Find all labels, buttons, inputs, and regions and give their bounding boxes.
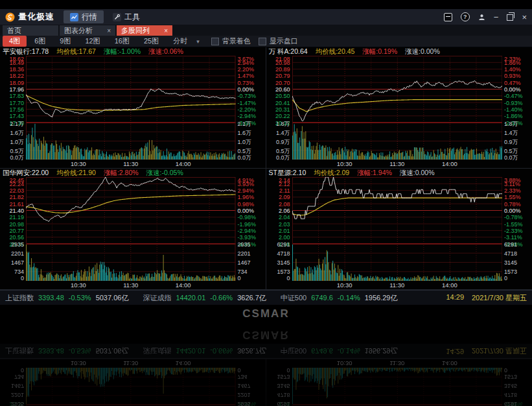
axis-label: 0.73% — [238, 80, 255, 86]
axis-label: 3145 — [277, 259, 290, 266]
change-speed-label: 涨速:0.00% — [405, 47, 440, 56]
window-controls: ?−× — [444, 9, 527, 25]
plot-area — [292, 177, 503, 281]
bg-shading-checkbox-box[interactable] — [211, 38, 219, 45]
stock-chart-panel-3[interactable]: 国华网安:22.00均价线:21.90涨幅:2.80%涨速:-0.05%22.4… — [0, 169, 266, 290]
grid-16-button[interactable]: 16图 — [108, 36, 136, 47]
index-quote: 深证成指14420.01-0.66%3626.7亿 — [143, 293, 266, 303]
status-bar: 上证指数3393.48-0.53%5037.06亿深证成指14420.01-0.… — [0, 290, 532, 305]
axis-label: 18.49 — [9, 60, 24, 66]
chart-body: 21.0820.9820.8920.7920.7020.6020.5020.41… — [266, 56, 532, 160]
tab-multi-stock[interactable]: 多股同列× — [117, 25, 172, 36]
axis-label: 2.04 — [279, 214, 290, 221]
axis-label: -1.47% — [238, 100, 257, 106]
time-axis-inner: 10:3011:3014:00 — [26, 160, 236, 168]
axis-label: 2.1万 — [10, 120, 24, 128]
axis-label: -0.93% — [504, 100, 523, 106]
tab-bar: 首页图表分析×多股同列× — [0, 25, 532, 36]
app-logo: 量化极速 — [0, 11, 64, 23]
index-change: -0.53% — [69, 294, 91, 302]
right-percent-axis: 3.67%2.94%2.20%1.47%0.73%0.00%-0.73%-1.4… — [236, 56, 266, 160]
axis-label: 2.94% — [238, 187, 255, 194]
axis-label: 20.89 — [275, 66, 290, 73]
axis-label: 0.93% — [504, 73, 521, 79]
left-price-axis: 18.6218.4918.3618.2218.0917.9617.8317.70… — [0, 56, 26, 160]
right-percent-axis: 2.33%1.86%1.40%0.93%0.47%0.00%-0.47%-0.9… — [502, 56, 532, 160]
time-label: 14:00 — [176, 160, 191, 167]
tray-icon[interactable] — [444, 13, 452, 21]
axis-label: 18.22 — [9, 73, 24, 79]
dropdown-caret-icon[interactable]: ▾ — [196, 38, 200, 45]
tab-home[interactable]: 首页 — [3, 25, 58, 36]
menu-market[interactable]: 行情 — [64, 10, 104, 23]
grid-4-button[interactable]: 4图 — [3, 36, 27, 47]
tab-close-icon[interactable]: × — [107, 27, 111, 34]
show-orderbook-checkbox[interactable]: 显示盘口 — [259, 36, 298, 46]
bg-shading-checkbox[interactable]: 背景着色 — [211, 36, 251, 46]
axis-label: 21.40 — [9, 208, 24, 214]
axis-label: 1.96% — [238, 194, 255, 200]
axis-label: 1.0万 — [238, 138, 252, 147]
axis-label: 0.78% — [504, 201, 521, 208]
stock-name-price: 平安银行:17.78 — [3, 47, 49, 56]
index-value: 14420.01 — [176, 294, 205, 302]
tools-icon — [113, 13, 121, 21]
stock-chart-panel-1[interactable]: 平安银行:17.78均价线:17.67涨幅:-1.00%涨速:0.06%18.6… — [0, 47, 266, 169]
tab-close-icon[interactable]: × — [164, 27, 168, 34]
stock-chart-panel-4[interactable]: ST星源:2.10均价线:2.09涨幅:1.94%涨速:0.00%2.142.1… — [266, 169, 532, 290]
change-speed-label: 涨速:0.06% — [148, 47, 183, 56]
minimize-icon[interactable]: − — [494, 13, 499, 21]
time-label: 11:30 — [123, 281, 138, 289]
restore-icon[interactable] — [507, 13, 513, 21]
tab-multi-stock-label: 多股同列 — [121, 26, 150, 36]
menu-tools-label: 工具 — [124, 12, 140, 23]
axis-label: -0.98% — [238, 214, 257, 221]
close-icon[interactable]: × — [522, 13, 527, 21]
grid-12-button[interactable]: 12图 — [78, 36, 106, 47]
axis-label: 2201 — [11, 250, 24, 257]
bg-shading-checkbox-label: 背景着色 — [222, 36, 251, 46]
index-turnover: 5037.06亿 — [96, 293, 129, 303]
axis-label: 2.08 — [279, 201, 290, 208]
axis-label: -2.94% — [238, 113, 257, 119]
avg-price-label: 均价线:17.67 — [56, 47, 96, 56]
axis-label: 0.47% — [504, 80, 521, 86]
axis-label: -1.55% — [504, 221, 523, 228]
intraday-button[interactable]: 分时 — [167, 36, 194, 47]
axis-label: 20.98 — [275, 60, 290, 66]
index-name: 上证指数 — [5, 293, 34, 303]
clock-date: 2021/7/30 星期五 — [472, 293, 527, 303]
chart-body: 2.142.122.112.092.082.062.042.032.012.00… — [266, 177, 532, 281]
plot-area — [292, 56, 503, 160]
menu-tools[interactable]: 工具 — [106, 10, 146, 23]
left-price-axis: 22.4522.2422.0321.8221.6121.4021.1920.98… — [0, 177, 26, 281]
change-pct-label: 涨幅:0.19% — [362, 47, 397, 56]
stock-chart-panel-2[interactable]: 万 科A:20.64均价线:20.45涨幅:0.19%涨速:0.00%21.08… — [266, 47, 532, 169]
grid-6-button[interactable]: 6图 — [28, 36, 52, 47]
axis-label: 3145 — [504, 259, 517, 266]
change-speed-label: 涨速:-0.05% — [146, 169, 183, 177]
show-orderbook-checkbox-box[interactable] — [259, 38, 266, 45]
chart-header: 万 科A:20.64均价线:20.45涨幅:0.19%涨速:0.00% — [266, 47, 532, 56]
axis-label: 21.61 — [9, 201, 24, 208]
axis-label: 4718 — [504, 250, 517, 257]
csmar-watermark: CSMAR — [0, 307, 532, 320]
axis-label: 2.09 — [279, 194, 290, 200]
grid-9-button[interactable]: 9图 — [53, 36, 77, 47]
avg-price-label: 均价线:2.09 — [314, 169, 349, 177]
user-icon[interactable] — [478, 14, 485, 21]
time-axis-inner: 10:3011:3014:00 — [292, 281, 503, 289]
axis-label: 17.43 — [9, 113, 24, 119]
time-label: 11:30 — [123, 160, 138, 167]
avg-price-label: 均价线:20.45 — [316, 47, 355, 56]
axis-label: 2935 — [11, 241, 24, 248]
intraday-chart-svg — [292, 177, 503, 281]
time-label: 14:00 — [176, 281, 191, 289]
left-price-axis: 2.142.122.112.092.082.062.042.032.012.00… — [266, 177, 292, 281]
index-value: 6749.6 — [311, 294, 333, 302]
grid-25-button[interactable]: 25图 — [137, 36, 165, 47]
help-icon[interactable]: ? — [461, 12, 470, 21]
avg-price-line — [292, 100, 503, 112]
tab-chart-analysis[interactable]: 图表分析× — [60, 25, 115, 36]
axis-label: 20.70 — [275, 80, 290, 86]
